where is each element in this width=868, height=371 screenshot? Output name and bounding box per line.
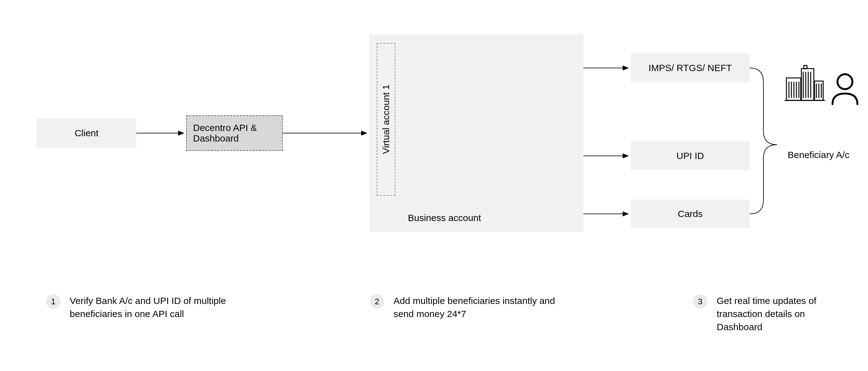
building-icon (784, 64, 825, 105)
client-box: Client (37, 118, 136, 148)
person-icon (829, 72, 861, 106)
beneficiary-label: Beneficiary A/c (788, 150, 849, 160)
svg-rect-7 (804, 65, 807, 68)
step-1-num: 1 (46, 294, 60, 309)
business-account-box (369, 34, 584, 232)
svg-rect-6 (801, 68, 814, 101)
payment-bank-label: IMPS/ RTGS/ NEFT (649, 63, 732, 73)
step-3-text: Get real time updates of transaction det… (717, 294, 847, 334)
client-label: Client (75, 128, 99, 138)
payment-cards-label: Cards (678, 208, 703, 219)
step-2-num: 2 (370, 294, 384, 309)
svg-rect-12 (814, 81, 823, 101)
payment-bank-box: IMPS/ RTGS/ NEFT (631, 54, 750, 82)
virtual-account-label: Virtual account 1 (381, 85, 391, 154)
step-2-text: Add multiple beneficiaries instantly and… (394, 294, 555, 320)
payment-upi-label: UPI ID (677, 150, 704, 161)
svg-rect-0 (786, 78, 801, 101)
business-account-label: Business account (408, 212, 481, 223)
decentro-box: Decentro API & Dashboard (186, 115, 283, 151)
step-2: 2 Add multiple beneficiaries instantly a… (370, 294, 555, 320)
step-3: 3 Get real time updates of transaction d… (693, 294, 847, 334)
payment-cards-box: Cards (631, 200, 750, 228)
curly-brace (750, 68, 777, 214)
step-1-text: Verify Bank A/c and UPI ID of multiple b… (70, 294, 231, 320)
step-3-num: 3 (693, 294, 707, 309)
payment-upi-box: UPI ID (631, 142, 750, 170)
virtual-account-label-box: Virtual account 1 (377, 43, 395, 196)
svg-point-17 (837, 74, 852, 89)
step-1: 1 Verify Bank A/c and UPI ID of multiple… (46, 294, 231, 320)
decentro-label: Decentro API & Dashboard (193, 122, 282, 144)
